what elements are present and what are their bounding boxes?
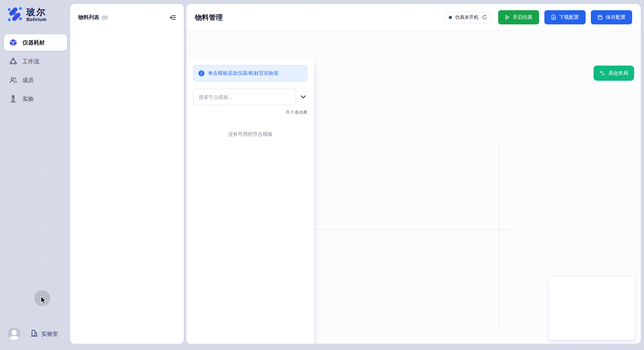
template-search-input[interactable] bbox=[193, 89, 296, 105]
sparkles-icon bbox=[599, 70, 605, 76]
main-header: 物料管理 仿真未开机 开启仿真 bbox=[186, 4, 641, 31]
material-list-panel: 物料列表 (0) bbox=[70, 4, 184, 344]
save-config-label: 保存配置 bbox=[606, 14, 626, 20]
user-avatar[interactable] bbox=[8, 328, 20, 340]
download-config-label: 下载配置 bbox=[559, 14, 579, 20]
brand-name: 玻尔 bbox=[26, 8, 47, 17]
beautify-layout-button[interactable]: 美化布局 bbox=[594, 66, 634, 81]
canvas-guide-horizontal bbox=[314, 229, 511, 230]
sidebar-item-label: 成员 bbox=[22, 76, 34, 84]
material-list-header: 物料列表 (0) bbox=[70, 4, 184, 21]
header-actions: 仿真未开机 开启仿真 bbox=[443, 10, 632, 24]
template-hint-text: 单击模板添加仪器/耗材至实验室 bbox=[208, 70, 278, 76]
canvas[interactable]: 单击模板添加仪器/耗材至实验室 共 0 条结果 没有可用的节点模板 bbox=[186, 31, 641, 344]
bohrium-logo-icon bbox=[7, 6, 23, 24]
chevron-down-icon[interactable] bbox=[300, 94, 306, 100]
status-dot-icon bbox=[449, 16, 452, 19]
sidebar-item-instruments[interactable]: 仪器耗材 bbox=[4, 34, 67, 51]
material-list-count: (0) bbox=[102, 15, 108, 20]
refresh-icon[interactable] bbox=[482, 15, 487, 20]
building-icon bbox=[30, 329, 38, 339]
sidebar-item-experiments[interactable]: 实验 bbox=[4, 91, 67, 107]
sidebar-item-label: 仪器耗材 bbox=[22, 39, 45, 46]
template-search-row bbox=[193, 89, 307, 105]
template-empty-text: 没有可用的节点模板 bbox=[193, 131, 307, 137]
template-hint-banner: 单击模板添加仪器/耗材至实验室 bbox=[193, 65, 307, 82]
lab-entry-label: 实验室 bbox=[41, 330, 58, 338]
download-config-button[interactable]: 下载配置 bbox=[544, 10, 586, 24]
brand-subtitle: Bohrium bbox=[26, 17, 47, 22]
lab-entry[interactable]: 实验室 bbox=[30, 329, 58, 339]
template-tool-panel: 单击模板添加仪器/耗材至实验室 共 0 条结果 没有可用的节点模板 bbox=[186, 58, 314, 344]
simulation-status-badge[interactable]: 仿真未开机 bbox=[443, 12, 493, 23]
cube-icon bbox=[9, 39, 17, 46]
simulation-status-label: 仿真未开机 bbox=[455, 15, 478, 20]
mouse-cursor bbox=[40, 296, 49, 306]
sidebar-footer: 实验室 bbox=[8, 328, 58, 340]
play-icon bbox=[505, 15, 510, 20]
sidebar-item-workflow[interactable]: 工作流 bbox=[4, 53, 67, 70]
material-list-title: 物料列表 bbox=[78, 14, 99, 21]
sidebar-nav: 仪器耗材 工作流 成员 bbox=[4, 34, 67, 107]
template-result-count: 共 0 条结果 bbox=[193, 109, 307, 115]
start-simulation-label: 开启仿真 bbox=[513, 14, 532, 20]
start-simulation-button[interactable]: 开启仿真 bbox=[498, 10, 539, 24]
brand: 玻尔 Bohrium bbox=[4, 6, 67, 24]
brand-text: 玻尔 Bohrium bbox=[26, 8, 47, 22]
main-panel: 物料管理 仿真未开机 开启仿真 bbox=[186, 4, 641, 344]
sidebar-item-label: 工作流 bbox=[22, 58, 39, 65]
download-file-icon bbox=[551, 15, 556, 20]
workflow-icon bbox=[9, 57, 17, 65]
page-title: 物料管理 bbox=[195, 13, 223, 22]
info-icon bbox=[198, 70, 205, 76]
sidebar-item-label: 实验 bbox=[22, 95, 34, 103]
members-icon bbox=[9, 76, 17, 84]
save-config-button[interactable]: 保存配置 bbox=[591, 10, 632, 24]
save-icon bbox=[597, 15, 603, 20]
collapse-panel-icon[interactable] bbox=[169, 14, 177, 21]
canvas-guide-vertical bbox=[499, 142, 499, 328]
sidebar-item-members[interactable]: 成员 bbox=[4, 72, 67, 88]
beautify-layout-label: 美化布局 bbox=[608, 70, 628, 76]
experiment-icon bbox=[9, 95, 17, 103]
minimap-panel[interactable] bbox=[549, 276, 635, 340]
